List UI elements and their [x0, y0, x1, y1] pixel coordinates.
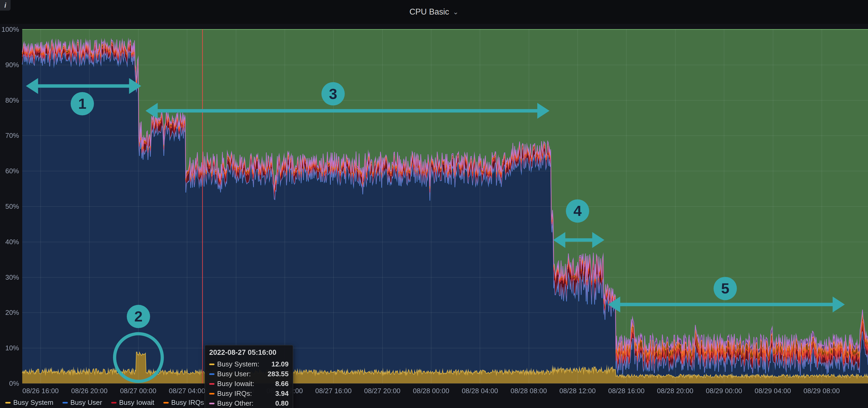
y-axis-label: 80%: [0, 96, 19, 104]
y-axis-label: 40%: [0, 238, 19, 246]
legend-label: Busy System: [13, 399, 54, 407]
panel-title[interactable]: CPU Basic ⌄: [409, 7, 459, 17]
tooltip-series-dash: [209, 373, 215, 375]
tooltip-series-label: Busy Iowait:: [217, 380, 254, 388]
legend-color-dash: [163, 402, 169, 404]
y-axis-label: 100%: [0, 25, 19, 34]
y-axis-label: 20%: [0, 308, 19, 317]
x-axis-label: 08/26 16:00: [22, 387, 59, 395]
legend-color-dash: [62, 402, 68, 404]
cpu-basic-panel: 12345 CPU Basic ⌄ i 0%10%20%30%40%50%60%…: [0, 0, 868, 408]
x-axis-label: 08/28 16:00: [608, 387, 645, 395]
y-axis-label: 70%: [0, 132, 19, 140]
y-axis-label: 30%: [0, 273, 19, 281]
tooltip-series-value: 12.09: [271, 360, 289, 368]
x-axis-label: 08/27 20:00: [364, 387, 400, 395]
tooltip-series-dash: [209, 403, 215, 404]
tooltip-row: Busy Other:0.80: [209, 399, 289, 408]
tooltip-series-dash: [209, 383, 215, 385]
x-axis-label: 08/29 04:00: [755, 387, 791, 395]
tooltip-series-dash: [209, 393, 215, 395]
legend-color-dash: [111, 402, 117, 404]
tooltip: 2022-08-27 05:16:00 Busy System:12.09Bus…: [205, 345, 293, 408]
legend-item-busy-user[interactable]: Busy User: [62, 399, 102, 407]
panel-info-icon[interactable]: i: [0, 0, 10, 10]
legend-item-busy-irqs[interactable]: Busy IRQs: [163, 399, 204, 407]
legend-item-busy-system[interactable]: Busy System: [5, 399, 54, 407]
y-axis-label: 60%: [0, 167, 19, 175]
x-axis-label: 08/28 04:00: [462, 387, 498, 395]
tooltip-row: Busy User:283.55: [209, 369, 289, 379]
y-axis-label: 10%: [0, 344, 19, 352]
tooltip-timestamp: 2022-08-27 05:16:00: [209, 348, 289, 357]
legend-label: Busy Iowait: [119, 399, 154, 407]
x-axis-label: 08/29 00:00: [706, 387, 742, 395]
legend-item-busy-iowait[interactable]: Busy Iowait: [111, 399, 154, 407]
chevron-down-icon: ⌄: [453, 8, 459, 15]
legend-color-dash: [5, 402, 10, 404]
y-axis-label: 50%: [0, 202, 19, 211]
tooltip-series-label: Busy IRQs:: [217, 389, 252, 398]
tooltip-series-dash: [209, 364, 215, 365]
x-axis-label: 08/26 20:00: [71, 387, 107, 395]
legend: Busy SystemBusy UserBusy IowaitBusy IRQs: [5, 399, 204, 407]
tooltip-rows: Busy System:12.09Busy User:283.55Busy Io…: [209, 359, 289, 408]
tooltip-series-value: 8.66: [275, 380, 289, 388]
y-axis-label: 90%: [0, 61, 19, 69]
tooltip-series-label: Busy Other:: [217, 399, 253, 407]
cpu-usage-stacked-area-chart[interactable]: [0, 0, 868, 408]
x-axis-label: 08/29 08:00: [803, 387, 840, 395]
tooltip-series-value: 3.94: [275, 389, 289, 398]
tooltip-series-label: Busy User:: [217, 370, 251, 378]
panel-title-text: CPU Basic: [409, 7, 449, 17]
tooltip-row: Busy System:12.09: [209, 359, 289, 369]
x-axis-label: 08/27 16:00: [315, 387, 352, 395]
y-axis-label: 0%: [0, 379, 19, 387]
x-axis-label: 08/28 20:00: [657, 387, 693, 395]
tooltip-series-label: Busy System:: [217, 360, 259, 368]
tooltip-series-value: 283.55: [268, 370, 289, 378]
x-axis-label: 08/28 08:00: [510, 387, 547, 395]
x-axis-label: 08/27 00:00: [120, 387, 156, 395]
x-axis-label: 08/28 12:00: [559, 387, 595, 395]
x-axis-label: 08/27 04:00: [169, 387, 205, 395]
tooltip-row: Busy IRQs:3.94: [209, 389, 289, 399]
legend-label: Busy User: [70, 399, 102, 407]
x-axis-label: 08/28 00:00: [413, 387, 449, 395]
tooltip-series-value: 0.80: [275, 399, 289, 407]
legend-label: Busy IRQs: [171, 399, 204, 407]
tooltip-row: Busy Iowait:8.66: [209, 379, 289, 389]
panel-header: CPU Basic ⌄: [0, 0, 868, 24]
